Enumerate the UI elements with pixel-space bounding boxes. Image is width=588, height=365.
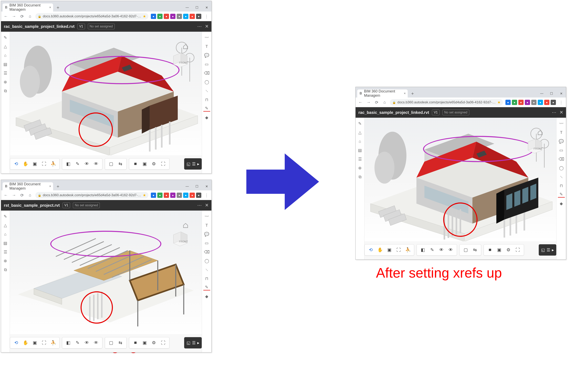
nav-reload-icon[interactable]: ⟳ — [19, 14, 25, 19]
home-view-icon[interactable] — [183, 223, 188, 228]
bookmark-star-icon[interactable]: ★ — [497, 100, 501, 105]
toolbar-button[interactable]: 👁 — [92, 160, 100, 168]
new-tab-button[interactable]: ＋ — [55, 183, 61, 190]
markup-tool-icon[interactable]: ◯ — [558, 165, 564, 171]
header-more-icon[interactable]: ⋯ — [552, 110, 556, 115]
left-tool-icon[interactable]: ⌂ — [3, 232, 8, 237]
toolbar-button[interactable]: 👁 — [83, 339, 91, 347]
extension-icon[interactable]: ● — [170, 14, 175, 19]
nav-forward-icon[interactable]: → — [366, 99, 371, 105]
nav-reload-icon[interactable]: ⟳ — [374, 99, 379, 105]
markup-tool-icon[interactable]: ✎ — [203, 105, 210, 112]
toolbar-button[interactable]: 👁 — [92, 339, 100, 347]
nav-back-icon[interactable]: ← — [3, 14, 9, 19]
window-maximize-button[interactable]: ☐ — [192, 3, 202, 12]
toolbar-button[interactable]: ⛶ — [40, 339, 48, 347]
markup-tool-icon[interactable]: ⊓ — [204, 276, 210, 282]
toolbar-button[interactable]: ▣ — [140, 339, 149, 347]
home-view-icon[interactable] — [183, 44, 188, 49]
markup-tool-icon[interactable]: ⟍ — [204, 88, 210, 94]
markup-tool-icon[interactable]: ◯ — [204, 79, 210, 85]
markup-tool-icon[interactable]: T — [204, 43, 210, 49]
markup-tool-icon[interactable]: ⌫ — [558, 156, 564, 162]
nav-forward-icon[interactable]: → — [11, 192, 17, 198]
left-tool-icon[interactable]: △ — [3, 44, 8, 49]
new-tab-button[interactable]: ＋ — [55, 4, 61, 11]
nav-home-icon[interactable]: ⌂ — [27, 192, 33, 198]
toolbar-button[interactable]: ▣ — [495, 246, 503, 254]
markup-tool-icon[interactable]: 〰 — [204, 35, 210, 41]
markup-tool-icon[interactable]: 💬 — [558, 138, 564, 144]
toolbar-button[interactable]: ⛶ — [159, 160, 167, 168]
set-badge[interactable]: No set assigned — [88, 24, 115, 29]
version-badge[interactable]: V1 — [63, 203, 70, 208]
extension-icon[interactable]: ● — [518, 100, 524, 105]
extension-icon[interactable]: ● — [157, 14, 162, 19]
markup-tool-icon[interactable]: ⌫ — [204, 249, 210, 255]
toolbar-button[interactable]: ⚙ — [150, 339, 158, 347]
toolbar-button[interactable]: 👁 — [83, 160, 91, 168]
url-field[interactable]: 🔒 docs.b360.autodesk.com/projects/e65d4a… — [390, 99, 503, 105]
header-close-icon[interactable]: ✕ — [560, 110, 563, 115]
extension-icon[interactable]: ● — [538, 100, 543, 105]
markup-tool-icon[interactable]: ▭ — [204, 61, 210, 67]
toolbar-button[interactable]: ✋ — [376, 246, 384, 254]
window-maximize-button[interactable]: ☐ — [192, 182, 202, 190]
window-close-button[interactable]: ✕ — [556, 89, 566, 98]
extension-icon[interactable]: ● — [525, 100, 530, 105]
extension-icon[interactable]: ● — [183, 193, 188, 198]
toolbar-button[interactable]: ✎ — [428, 246, 436, 254]
nav-back-icon[interactable]: ← — [3, 192, 9, 198]
window-close-button[interactable]: ✕ — [202, 3, 211, 12]
toolbar-button[interactable]: ◧ — [419, 246, 427, 254]
browser-tab[interactable]: B BIM 360 Document Managem × — [3, 182, 53, 190]
version-badge[interactable]: V1 — [77, 24, 85, 29]
set-badge[interactable]: No set assigned — [73, 203, 100, 208]
left-tool-icon[interactable]: ☰ — [357, 156, 363, 162]
toolbar-button[interactable]: ⟲ — [12, 160, 20, 168]
url-field[interactable]: 🔒 docs.b360.autodesk.com/projects/e65d4a… — [35, 192, 148, 198]
toolbar-button[interactable]: ◧ — [64, 339, 72, 347]
nav-home-icon[interactable]: ⌂ — [382, 99, 387, 105]
extension-icon[interactable]: ● — [196, 14, 201, 19]
extension-icon[interactable]: ● — [164, 193, 169, 198]
extension-icon[interactable]: ● — [164, 14, 169, 19]
left-tool-icon[interactable]: ▤ — [3, 240, 8, 246]
tab-close-icon[interactable]: × — [404, 92, 406, 95]
extension-icon[interactable]: ● — [544, 100, 549, 105]
extension-icon[interactable]: ● — [190, 14, 195, 19]
window-maximize-button[interactable]: ☐ — [547, 89, 556, 98]
tab-close-icon[interactable]: × — [49, 184, 51, 188]
toolbar-button[interactable]: ✋ — [21, 339, 29, 347]
browser-tab[interactable]: B BIM 360 Document Managem × — [357, 89, 408, 98]
toolbar-button[interactable]: ⛹ — [49, 160, 57, 168]
left-tool-icon[interactable]: ⧉ — [3, 88, 8, 93]
toolbar-button[interactable]: ⛹ — [49, 339, 57, 347]
model-canvas[interactable]: FRONT — [10, 32, 202, 155]
markup-tool-icon[interactable]: ◆ — [558, 200, 564, 207]
left-tool-icon[interactable]: △ — [357, 130, 363, 135]
markup-tool-icon[interactable]: ◆ — [204, 114, 210, 120]
left-tool-icon[interactable]: ⌂ — [3, 53, 8, 58]
toolbar-button[interactable]: ✋ — [21, 160, 29, 168]
toolbar-button[interactable]: ◾ — [486, 246, 494, 254]
tab-close-icon[interactable]: × — [49, 6, 51, 9]
toolbar-button[interactable]: 👁 — [437, 246, 445, 254]
extension-icon[interactable]: ● — [151, 14, 156, 19]
window-minimize-button[interactable]: ― — [537, 89, 547, 98]
toolbar-button[interactable]: ⟲ — [12, 339, 20, 347]
markup-tool-icon[interactable]: ✎ — [558, 192, 565, 198]
browser-tab[interactable]: B BIM 360 Document Managem × — [3, 3, 53, 12]
extension-icon[interactable]: ● — [183, 14, 188, 19]
view-toggle[interactable]: ◱☰▸ — [539, 244, 556, 256]
left-tool-icon[interactable]: ⌂ — [357, 139, 363, 144]
toolbar-button[interactable]: ⛶ — [514, 246, 522, 254]
bookmark-star-icon[interactable]: ★ — [143, 14, 146, 19]
left-tool-icon[interactable]: ✎ — [3, 35, 8, 40]
browser-menu-icon[interactable]: ⋮ — [204, 14, 209, 19]
toolbar-button[interactable]: ⟲ — [367, 246, 375, 254]
set-badge[interactable]: No set assigned — [442, 110, 469, 115]
viewcube[interactable]: FRONT — [170, 228, 190, 248]
left-tool-icon[interactable]: ⧉ — [3, 267, 8, 272]
nav-back-icon[interactable]: ← — [358, 99, 363, 105]
